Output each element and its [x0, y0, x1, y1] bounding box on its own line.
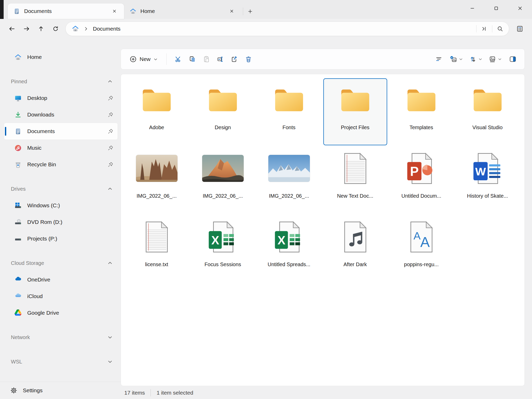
selection-count: 1 item selected: [156, 390, 193, 396]
address-bar[interactable]: Documents: [65, 22, 509, 36]
sidebar-item-home[interactable]: Home: [4, 49, 118, 65]
new-button[interactable]: New: [126, 52, 162, 66]
file-item-new-text-document[interactable]: New Text Doc...: [323, 147, 387, 214]
close-tab-icon[interactable]: [227, 7, 236, 16]
view-icon: [489, 56, 496, 63]
maximize-button[interactable]: [484, 0, 508, 17]
sidebar-section-drives[interactable]: Drives: [4, 181, 118, 197]
new-tab-button[interactable]: [245, 6, 256, 17]
file-grid-panel: Adobe Design Fonts Project Files Templat…: [121, 74, 525, 386]
file-name: IMG_2022_06_...: [203, 193, 243, 199]
plus-icon: [247, 9, 253, 14]
desktop-icon: [15, 95, 22, 102]
sidebar-item-settings[interactable]: Settings: [0, 382, 121, 399]
sidebar-item-label: Recycle Bin: [27, 161, 56, 168]
forward-button[interactable]: [19, 23, 34, 35]
dvd-drive-icon: [15, 219, 22, 226]
file-item-adobe[interactable]: Adobe: [125, 78, 189, 145]
rename-button[interactable]: [213, 52, 227, 66]
chevron-down-icon[interactable]: [108, 335, 112, 340]
folder-icon: [390, 79, 453, 121]
refresh-button[interactable]: [48, 23, 63, 35]
file-item-untitled-document[interactable]: Untitled Docum...: [390, 147, 453, 214]
details-button[interactable]: [513, 23, 527, 35]
recycle-bin-icon: [15, 161, 22, 168]
sidebar-section-pinned[interactable]: Pinned: [4, 73, 118, 90]
view-button[interactable]: [486, 52, 504, 66]
sidebar-item-google-drive[interactable]: Google Drive: [4, 305, 118, 321]
up-button[interactable]: [34, 23, 48, 35]
file-item-untitled-spreadsheet[interactable]: Untitled Spreads...: [257, 215, 321, 282]
file-item-image-2[interactable]: IMG_2022_06_...: [191, 147, 255, 214]
details-pane-toggle[interactable]: [506, 52, 520, 66]
sidebar-item-windows-c[interactable]: Windows (C:): [4, 197, 118, 214]
sidebar-item-onedrive[interactable]: OneDrive: [4, 271, 118, 288]
file-item-license-txt[interactable]: license.txt: [125, 215, 189, 282]
sidebar-section-cloud-storage[interactable]: Cloud Storage: [4, 255, 118, 271]
chevron-up-icon[interactable]: [108, 79, 112, 84]
screen-edge-artifact: [0, 0, 4, 19]
divider: [166, 53, 167, 65]
sidebar-section-network[interactable]: Network: [4, 329, 118, 346]
divider: [476, 25, 476, 32]
sort-button[interactable]: [467, 52, 485, 66]
file-item-history-of-skate[interactable]: History of Skate...: [456, 147, 520, 214]
file-item-image-1[interactable]: IMG_2022_06_...: [125, 147, 189, 214]
sidebar-item-projects-p[interactable]: Projects (P:): [4, 230, 118, 247]
breadcrumb-home-icon[interactable]: [72, 25, 79, 32]
chevron-up-icon[interactable]: [108, 261, 112, 265]
file-item-design[interactable]: Design: [191, 78, 255, 145]
word-icon: [456, 147, 519, 189]
sidebar-item-music[interactable]: Music: [4, 140, 118, 156]
sidebar-item-downloads[interactable]: Downloads: [4, 106, 118, 123]
tab-strip: Documents Home: [8, 0, 256, 19]
file-name: Visual Studio: [472, 125, 502, 130]
filter-button[interactable]: [432, 52, 446, 66]
close-tab-icon[interactable]: [110, 7, 119, 16]
home-icon: [130, 8, 136, 15]
delete-button[interactable]: [241, 52, 255, 66]
sidebar-item-desktop[interactable]: Desktop: [4, 90, 118, 106]
sidebar-section-wsl[interactable]: WSL: [4, 353, 118, 370]
share-button[interactable]: [227, 52, 241, 66]
file-item-focus-sessions[interactable]: Focus Sessions: [191, 215, 255, 282]
file-item-fonts[interactable]: Fonts: [257, 78, 321, 145]
excel-icon: [258, 216, 320, 258]
folder-icon: [125, 79, 188, 121]
text-document-icon: [125, 216, 188, 258]
go-to-button[interactable]: [478, 23, 490, 35]
sidebar-item-documents[interactable]: Documents: [4, 123, 118, 140]
file-item-poppins-regular[interactable]: poppins-regu...: [390, 215, 453, 282]
chevron-down-icon: [154, 57, 158, 61]
file-name: IMG_2022_06_...: [269, 193, 309, 199]
title-bar: Documents Home: [0, 0, 532, 19]
sidebar-item-dvd-rom-d[interactable]: DVD Rom (D:): [4, 214, 118, 230]
back-button[interactable]: [5, 23, 19, 35]
search-button[interactable]: [494, 23, 506, 35]
divider: [151, 389, 151, 396]
select-view-button[interactable]: [447, 52, 465, 66]
close-button[interactable]: [508, 0, 532, 17]
file-name: IMG_2022_06_...: [137, 193, 177, 199]
tab-documents[interactable]: Documents: [8, 3, 124, 19]
chevron-up-icon[interactable]: [108, 187, 112, 191]
paste-button[interactable]: [199, 52, 213, 66]
tab-divider: [243, 8, 243, 15]
sidebar-item-recycle-bin[interactable]: Recycle Bin: [4, 156, 118, 173]
file-item-image-3[interactable]: IMG_2022_06_...: [257, 147, 321, 214]
tab-home[interactable]: Home: [124, 3, 241, 19]
file-item-visual-studio[interactable]: Visual Studio: [456, 78, 520, 145]
minimize-button[interactable]: [460, 0, 484, 17]
sidebar-item-icloud[interactable]: iCloud: [4, 288, 118, 305]
audio-icon: [324, 216, 387, 258]
file-item-project-files[interactable]: Project Files: [323, 78, 387, 145]
file-name: Templates: [410, 125, 433, 130]
cut-button[interactable]: [171, 52, 185, 66]
file-item-templates[interactable]: Templates: [390, 78, 453, 145]
file-item-after-dark[interactable]: After Dark: [323, 215, 387, 282]
copy-button[interactable]: [185, 52, 199, 66]
folder-icon: [192, 79, 254, 121]
new-plus-circle-icon: [130, 56, 137, 63]
chevron-down-icon[interactable]: [108, 359, 112, 364]
breadcrumb-location[interactable]: Documents: [93, 26, 475, 32]
